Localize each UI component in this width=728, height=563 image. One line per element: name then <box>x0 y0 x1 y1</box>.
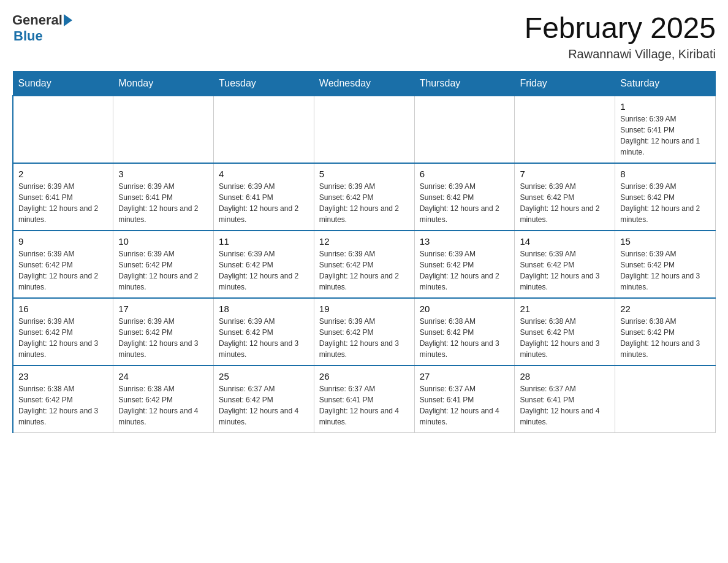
day-headers-row: SundayMondayTuesdayWednesdayThursdayFrid… <box>13 71 716 96</box>
day-number: 17 <box>118 304 208 314</box>
day-number: 21 <box>520 304 610 314</box>
calendar-cell: 16Sunrise: 6:39 AM Sunset: 6:42 PM Dayli… <box>13 298 113 366</box>
day-header-tuesday: Tuesday <box>214 71 314 96</box>
day-info: Sunrise: 6:39 AM Sunset: 6:42 PM Dayligh… <box>620 248 710 293</box>
calendar-cell: 23Sunrise: 6:38 AM Sunset: 6:42 PM Dayli… <box>13 366 113 433</box>
day-info: Sunrise: 6:38 AM Sunset: 6:42 PM Dayligh… <box>620 316 710 360</box>
day-info: Sunrise: 6:39 AM Sunset: 6:42 PM Dayligh… <box>219 248 309 293</box>
day-number: 23 <box>18 371 108 381</box>
day-info: Sunrise: 6:39 AM Sunset: 6:42 PM Dayligh… <box>420 248 510 293</box>
day-info: Sunrise: 6:39 AM Sunset: 6:42 PM Dayligh… <box>319 248 409 293</box>
calendar-cell: 3Sunrise: 6:39 AM Sunset: 6:41 PM Daylig… <box>113 163 214 231</box>
day-number: 12 <box>319 236 409 247</box>
logo: General Blue <box>12 12 72 44</box>
day-number: 7 <box>520 169 610 179</box>
day-info: Sunrise: 6:39 AM Sunset: 6:42 PM Dayligh… <box>18 316 108 360</box>
calendar-cell: 24Sunrise: 6:38 AM Sunset: 6:42 PM Dayli… <box>113 366 214 433</box>
week-row-3: 9Sunrise: 6:39 AM Sunset: 6:42 PM Daylig… <box>13 231 716 298</box>
week-row-5: 23Sunrise: 6:38 AM Sunset: 6:42 PM Dayli… <box>13 366 716 433</box>
calendar-cell <box>13 96 113 163</box>
day-number: 5 <box>319 169 409 179</box>
calendar-cell: 10Sunrise: 6:39 AM Sunset: 6:42 PM Dayli… <box>113 231 214 298</box>
day-info: Sunrise: 6:37 AM Sunset: 6:42 PM Dayligh… <box>219 383 309 427</box>
calendar-cell: 7Sunrise: 6:39 AM Sunset: 6:42 PM Daylig… <box>515 163 615 231</box>
day-number: 4 <box>219 169 309 179</box>
day-header-wednesday: Wednesday <box>314 71 414 96</box>
calendar-cell: 9Sunrise: 6:39 AM Sunset: 6:42 PM Daylig… <box>13 231 113 298</box>
calendar-cell: 25Sunrise: 6:37 AM Sunset: 6:42 PM Dayli… <box>214 366 314 433</box>
day-header-friday: Friday <box>515 71 615 96</box>
day-info: Sunrise: 6:39 AM Sunset: 6:42 PM Dayligh… <box>219 316 309 360</box>
day-number: 13 <box>420 236 510 247</box>
calendar-cell: 12Sunrise: 6:39 AM Sunset: 6:42 PM Dayli… <box>314 231 414 298</box>
day-number: 8 <box>620 169 710 179</box>
calendar-subtitle: Rawannawi Village, Kiribati <box>525 47 716 61</box>
day-info: Sunrise: 6:39 AM Sunset: 6:41 PM Dayligh… <box>18 181 108 225</box>
day-number: 6 <box>420 169 510 179</box>
day-number: 22 <box>620 304 710 314</box>
day-info: Sunrise: 6:37 AM Sunset: 6:41 PM Dayligh… <box>520 383 610 427</box>
logo-general-text: General <box>12 12 63 28</box>
day-info: Sunrise: 6:38 AM Sunset: 6:42 PM Dayligh… <box>520 316 610 360</box>
calendar-cell: 15Sunrise: 6:39 AM Sunset: 6:42 PM Dayli… <box>615 231 716 298</box>
week-row-4: 16Sunrise: 6:39 AM Sunset: 6:42 PM Dayli… <box>13 298 716 366</box>
calendar-cell: 27Sunrise: 6:37 AM Sunset: 6:41 PM Dayli… <box>414 366 515 433</box>
page-header: General Blue February 2025 Rawannawi Vil… <box>12 12 716 61</box>
calendar-cell: 14Sunrise: 6:39 AM Sunset: 6:42 PM Dayli… <box>515 231 615 298</box>
calendar-cell <box>214 96 314 163</box>
calendar-cell: 17Sunrise: 6:39 AM Sunset: 6:42 PM Dayli… <box>113 298 214 366</box>
week-row-2: 2Sunrise: 6:39 AM Sunset: 6:41 PM Daylig… <box>13 163 716 231</box>
calendar-cell <box>515 96 615 163</box>
day-info: Sunrise: 6:38 AM Sunset: 6:42 PM Dayligh… <box>118 383 208 427</box>
day-info: Sunrise: 6:38 AM Sunset: 6:42 PM Dayligh… <box>420 316 510 360</box>
day-info: Sunrise: 6:39 AM Sunset: 6:42 PM Dayligh… <box>118 316 208 360</box>
day-info: Sunrise: 6:39 AM Sunset: 6:41 PM Dayligh… <box>118 181 208 225</box>
day-info: Sunrise: 6:39 AM Sunset: 6:42 PM Dayligh… <box>620 181 710 225</box>
logo-blue-text: Blue <box>13 28 43 44</box>
title-section: February 2025 Rawannawi Village, Kiribat… <box>525 12 716 61</box>
calendar-cell: 4Sunrise: 6:39 AM Sunset: 6:41 PM Daylig… <box>214 163 314 231</box>
calendar-cell: 6Sunrise: 6:39 AM Sunset: 6:42 PM Daylig… <box>414 163 515 231</box>
day-number: 14 <box>520 236 610 247</box>
calendar-cell: 2Sunrise: 6:39 AM Sunset: 6:41 PM Daylig… <box>13 163 113 231</box>
day-info: Sunrise: 6:37 AM Sunset: 6:41 PM Dayligh… <box>420 383 510 427</box>
calendar-cell: 5Sunrise: 6:39 AM Sunset: 6:42 PM Daylig… <box>314 163 414 231</box>
day-header-sunday: Sunday <box>13 71 113 96</box>
day-info: Sunrise: 6:39 AM Sunset: 6:42 PM Dayligh… <box>18 248 108 293</box>
calendar-cell: 21Sunrise: 6:38 AM Sunset: 6:42 PM Dayli… <box>515 298 615 366</box>
day-info: Sunrise: 6:39 AM Sunset: 6:41 PM Dayligh… <box>219 181 309 225</box>
calendar-cell: 19Sunrise: 6:39 AM Sunset: 6:42 PM Dayli… <box>314 298 414 366</box>
day-info: Sunrise: 6:38 AM Sunset: 6:42 PM Dayligh… <box>18 383 108 427</box>
calendar-cell: 28Sunrise: 6:37 AM Sunset: 6:41 PM Dayli… <box>515 366 615 433</box>
calendar-cell: 22Sunrise: 6:38 AM Sunset: 6:42 PM Dayli… <box>615 298 716 366</box>
calendar-table: SundayMondayTuesdayWednesdayThursdayFrid… <box>12 71 716 434</box>
calendar-cell: 1Sunrise: 6:39 AM Sunset: 6:41 PM Daylig… <box>615 96 716 163</box>
day-number: 19 <box>319 304 409 314</box>
day-header-saturday: Saturday <box>615 71 716 96</box>
calendar-cell: 26Sunrise: 6:37 AM Sunset: 6:41 PM Dayli… <box>314 366 414 433</box>
day-info: Sunrise: 6:37 AM Sunset: 6:41 PM Dayligh… <box>319 383 409 427</box>
day-info: Sunrise: 6:39 AM Sunset: 6:42 PM Dayligh… <box>420 181 510 225</box>
day-number: 15 <box>620 236 710 247</box>
day-number: 26 <box>319 371 409 381</box>
calendar-cell: 18Sunrise: 6:39 AM Sunset: 6:42 PM Dayli… <box>214 298 314 366</box>
day-number: 24 <box>118 371 208 381</box>
calendar-title: February 2025 <box>525 12 716 45</box>
day-info: Sunrise: 6:39 AM Sunset: 6:42 PM Dayligh… <box>520 248 610 293</box>
calendar-cell: 11Sunrise: 6:39 AM Sunset: 6:42 PM Dayli… <box>214 231 314 298</box>
logo-triangle-icon <box>64 14 72 26</box>
calendar-cell: 20Sunrise: 6:38 AM Sunset: 6:42 PM Dayli… <box>414 298 515 366</box>
day-number: 16 <box>18 304 108 314</box>
calendar-cell <box>615 366 716 433</box>
day-number: 3 <box>118 169 208 179</box>
week-row-1: 1Sunrise: 6:39 AM Sunset: 6:41 PM Daylig… <box>13 96 716 163</box>
day-number: 18 <box>219 304 309 314</box>
day-number: 25 <box>219 371 309 381</box>
day-number: 11 <box>219 236 309 247</box>
calendar-cell: 8Sunrise: 6:39 AM Sunset: 6:42 PM Daylig… <box>615 163 716 231</box>
day-number: 20 <box>420 304 510 314</box>
calendar-cell: 13Sunrise: 6:39 AM Sunset: 6:42 PM Dayli… <box>414 231 515 298</box>
calendar-cell <box>113 96 214 163</box>
day-info: Sunrise: 6:39 AM Sunset: 6:42 PM Dayligh… <box>118 248 208 293</box>
day-number: 27 <box>420 371 510 381</box>
